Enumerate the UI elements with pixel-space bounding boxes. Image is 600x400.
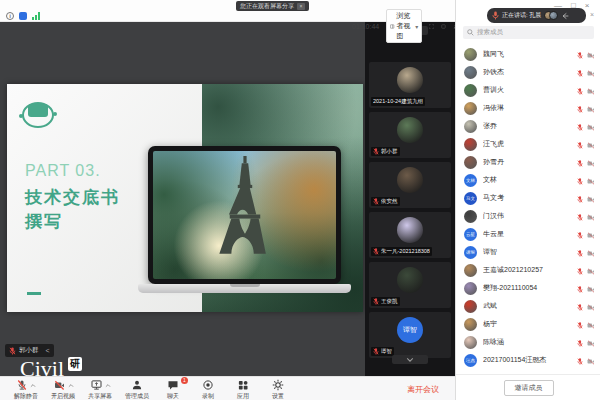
topbar: i 您正在观看屏幕分享 × 01:10:44 浏览者视图 ▾ 成员44人 [0, 0, 455, 22]
member-row[interactable]: 张乔 [456, 117, 600, 135]
toolbar-settings-button[interactable]: 设置 [267, 379, 289, 400]
video-tile[interactable]: 朱一凡-2021218308 [369, 212, 451, 258]
member-mic-off-icon[interactable] [577, 351, 583, 369]
slide-logo-stamp [19, 96, 59, 136]
member-camera-off-icon[interactable] [587, 45, 595, 63]
member-row[interactable]: 樊翔-2021110054 [456, 279, 600, 297]
toast-close-icon[interactable]: × [590, 11, 594, 18]
member-mic-off-icon[interactable] [577, 243, 583, 261]
member-row[interactable]: 曹训火 [456, 81, 600, 99]
toolbar-mic-off-button[interactable]: 解除静音 [14, 379, 38, 400]
member-camera-off-icon[interactable] [587, 297, 595, 315]
member-camera-off-icon[interactable] [587, 63, 595, 81]
collapse-left-icon[interactable]: < [46, 347, 50, 354]
member-search-input[interactable]: 搜索成员 [463, 26, 594, 39]
member-row[interactable]: 门汉伟 [456, 207, 600, 225]
member-mic-off-icon[interactable] [577, 261, 583, 279]
member-camera-off-icon[interactable] [587, 99, 595, 117]
chevron-down-icon: ▾ [415, 23, 418, 30]
toolbar-camera-off-button[interactable]: 开启视频 [51, 379, 75, 400]
member-avatar [464, 300, 477, 313]
popout-window-icon[interactable] [441, 22, 446, 31]
member-mic-off-icon[interactable] [577, 225, 583, 243]
member-mic-off-icon[interactable] [577, 45, 583, 63]
member-mic-off-icon[interactable] [577, 189, 583, 207]
invite-members-button[interactable]: 邀请成员 [504, 380, 554, 396]
member-name: 魏同飞 [483, 49, 577, 59]
member-name: 王嘉诚2021210257 [483, 265, 577, 275]
slide-part-label: PART 03. [25, 162, 101, 180]
member-mic-off-icon[interactable] [577, 315, 583, 333]
meeting-info-icon[interactable]: i [6, 12, 14, 20]
member-camera-off-icon[interactable] [587, 279, 595, 297]
video-tile[interactable]: 王俊凯 [369, 262, 451, 308]
member-avatar [464, 120, 477, 133]
member-row[interactable]: 魏同飞 [456, 45, 600, 63]
strip-expand-button[interactable] [392, 355, 428, 364]
member-mic-off-icon[interactable] [577, 297, 583, 315]
toolbar-chat-button[interactable]: 1聊天 [162, 379, 184, 400]
leave-meeting-button[interactable]: 离开会议 [407, 384, 439, 395]
toolbar-apps-button[interactable]: 应用 [232, 379, 254, 400]
member-camera-off-icon[interactable] [587, 81, 595, 99]
member-camera-off-icon[interactable] [587, 261, 595, 279]
toolbar-members-button[interactable]: 管理成员 [125, 379, 149, 400]
laptop-mockup-screen [148, 146, 341, 284]
member-row[interactable]: 马文马文考 [456, 189, 600, 207]
member-camera-off-icon[interactable] [587, 153, 595, 171]
close-button[interactable]: × [585, 1, 590, 10]
tile-name-label: 朱一凡-2021218308 [371, 247, 432, 256]
member-camera-off-icon[interactable] [587, 171, 595, 189]
member-avatar [464, 156, 477, 169]
member-camera-off-icon[interactable] [587, 135, 595, 153]
member-camera-off-icon[interactable] [587, 207, 595, 225]
security-icon[interactable] [19, 12, 27, 20]
member-row[interactable]: 孙雪丹 [456, 153, 600, 171]
speaking-toast: 正在讲话: 孔晨 [487, 8, 586, 23]
members-icon [131, 379, 143, 391]
member-row[interactable]: 谭智谭智 [456, 243, 600, 261]
video-tile[interactable]: 2021-10-24建筑九组 [369, 62, 451, 108]
toolbar-record-button[interactable]: 录制 [197, 379, 219, 400]
member-row[interactable]: 汪杰20217001154汪憨杰 [456, 351, 600, 369]
video-tile[interactable]: 依安然 [369, 162, 451, 208]
member-row[interactable]: 王嘉诚2021210257 [456, 261, 600, 279]
member-avatar: 谭智 [464, 246, 477, 259]
member-row[interactable]: 杨宇 [456, 315, 600, 333]
member-mic-off-icon[interactable] [577, 99, 583, 117]
participant-avatar [397, 167, 423, 193]
member-camera-off-icon[interactable] [587, 351, 595, 369]
chevron-down-icon [407, 358, 413, 361]
member-camera-off-icon[interactable] [587, 117, 595, 135]
member-mic-off-icon[interactable] [577, 207, 583, 225]
member-mic-off-icon[interactable] [577, 333, 583, 351]
member-camera-off-icon[interactable] [587, 189, 595, 207]
member-mic-off-icon[interactable] [577, 279, 583, 297]
video-tile[interactable]: 郭小群 [369, 112, 451, 158]
member-camera-off-icon[interactable] [587, 333, 595, 351]
toolbar-screen-share-button[interactable]: 共享屏幕 [88, 379, 112, 400]
tile-name-label: 郭小群 [371, 147, 400, 156]
member-row[interactable]: 冯依琳 [456, 99, 600, 117]
banner-close-icon[interactable]: × [297, 3, 305, 10]
member-mic-off-icon[interactable] [577, 171, 583, 189]
member-mic-off-icon[interactable] [577, 117, 583, 135]
member-mic-off-icon[interactable] [577, 153, 583, 171]
member-row[interactable]: 汪飞虎 [456, 135, 600, 153]
member-camera-off-icon[interactable] [587, 225, 595, 243]
view-mode-button[interactable]: 浏览者视图 ▾ [386, 9, 422, 43]
member-mic-off-icon[interactable] [577, 63, 583, 81]
member-row[interactable]: 武斌 [456, 297, 600, 315]
member-camera-off-icon[interactable] [587, 243, 595, 261]
member-mic-off-icon[interactable] [577, 135, 583, 153]
member-row[interactable]: 文林文林 [456, 171, 600, 189]
video-tile[interactable]: 谭智谭智 [369, 312, 451, 358]
member-row[interactable]: 陈咏涵 [456, 333, 600, 351]
member-row[interactable]: 孙铁杰 [456, 63, 600, 81]
member-row[interactable]: 云星牛云星 [456, 225, 600, 243]
expand-arrow-icon[interactable] [561, 12, 569, 20]
member-mic-off-icon[interactable] [577, 81, 583, 99]
member-camera-off-icon[interactable] [587, 315, 595, 333]
fullscreen-icon[interactable] [429, 22, 434, 31]
member-avatar: 汪杰 [464, 354, 477, 367]
